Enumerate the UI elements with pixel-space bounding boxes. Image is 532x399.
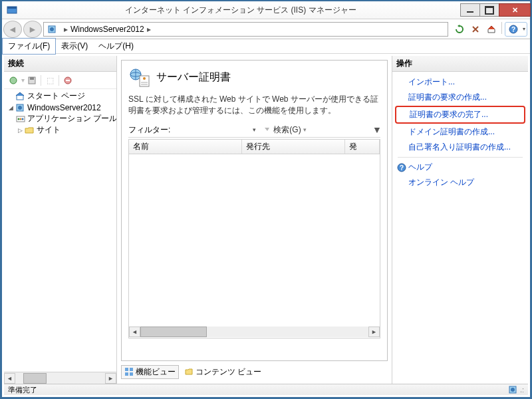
filter-bar: フィルター: ▾ 検索(G) ▾ ⯆: [128, 123, 380, 138]
connections-panel: 接続 ▾ ⬚ スタート ページ ◢ WindowsSer: [4, 56, 117, 384]
scroll-right-button[interactable]: ►: [368, 327, 380, 337]
connect-icon[interactable]: [7, 74, 20, 87]
chevron-right-icon: ▸: [147, 25, 151, 34]
scroll-left-button[interactable]: ◄: [129, 327, 140, 337]
nav-back-button[interactable]: ◄: [3, 21, 22, 38]
svg-rect-10: [66, 80, 70, 81]
search-label[interactable]: 検索(G): [273, 124, 301, 136]
table-header: 名前 発行先 発: [129, 140, 380, 154]
table-h-scrollbar[interactable]: ◄ ►: [129, 327, 380, 338]
menu-file[interactable]: ファイル(F): [2, 38, 56, 55]
status-config-icon: [508, 385, 517, 394]
scroll-thumb[interactable]: [23, 373, 47, 384]
svg-point-21: [143, 77, 146, 80]
status-bar: 準備完了 .:: [4, 384, 528, 395]
minimize-button[interactable]: [460, 3, 480, 17]
nav-forward-button[interactable]: ►: [23, 21, 42, 38]
tree-label: サイト: [37, 124, 61, 136]
maximize-button[interactable]: [479, 3, 499, 17]
nav-row: ◄ ► ▸ WindowsServer2012 ▸ ?: [2, 19, 530, 39]
search-go-icon[interactable]: [263, 125, 272, 134]
svg-text:?: ?: [511, 26, 515, 33]
svg-point-29: [511, 388, 515, 392]
server-icon: [15, 102, 25, 113]
features-view-button[interactable]: 機能ビュー: [121, 365, 179, 379]
tree-h-scrollbar[interactable]: ◄ ►: [4, 372, 116, 384]
connections-header: 接続: [4, 56, 116, 72]
save-icon[interactable]: [25, 74, 39, 87]
action-create-self-signed[interactable]: 自己署名入り証明書の作成...: [392, 140, 528, 155]
svg-rect-1: [7, 7, 17, 9]
tree-sites[interactable]: ▷ サイト: [4, 124, 116, 136]
col-name[interactable]: 名前: [129, 140, 242, 154]
svg-point-17: [22, 118, 24, 120]
col-issued-to[interactable]: 発行先: [242, 140, 345, 154]
svg-rect-8: [30, 77, 34, 80]
view-label: コンテンツ ビュー: [196, 366, 261, 378]
action-create-domain-cert[interactable]: ドメイン証明書の作成...: [392, 124, 528, 140]
scroll-left-button[interactable]: ◄: [4, 373, 15, 384]
filter-dropdown-icon[interactable]: ▾: [253, 126, 256, 133]
col-issuer[interactable]: 発: [345, 140, 380, 154]
svg-point-15: [18, 118, 20, 120]
home-button[interactable]: [484, 22, 499, 37]
svg-rect-11: [17, 95, 23, 100]
tree-label: アプリケーション プール: [27, 113, 116, 124]
action-import[interactable]: インポート...: [392, 74, 528, 90]
up-icon[interactable]: ⬚: [43, 74, 57, 87]
titlebar: インターネット インフォメーション サービス (IIS) マネージャー: [2, 1, 530, 19]
content-view-icon: [184, 367, 194, 376]
home-icon: [15, 91, 25, 102]
collapse-icon[interactable]: ◢: [7, 104, 15, 111]
delete-icon[interactable]: [61, 74, 74, 87]
scroll-right-button[interactable]: ►: [105, 373, 116, 384]
svg-point-3: [50, 27, 54, 31]
tree-server[interactable]: ◢ WindowsServer2012: [4, 102, 116, 113]
app-icon: [6, 4, 18, 16]
content-view-button[interactable]: コンテンツ ビュー: [182, 366, 264, 378]
filter-label: フィルター:: [128, 124, 170, 136]
svg-point-13: [18, 106, 22, 110]
action-create-request[interactable]: 証明書の要求の作成...: [392, 90, 528, 105]
stop-button[interactable]: [468, 22, 483, 37]
app-pool-icon: [16, 114, 25, 124]
action-complete-request[interactable]: 証明書の要求の完了...: [395, 106, 525, 124]
menu-view[interactable]: 表示(V): [56, 39, 93, 54]
tree-start-page[interactable]: スタート ページ: [4, 90, 116, 102]
svg-point-6: [10, 77, 17, 84]
svg-point-16: [20, 118, 22, 120]
center-panel: サーバー証明書 SSL に対して構成された Web サイトで Web サーバーが…: [117, 56, 392, 384]
help-dropdown[interactable]: ?: [505, 22, 527, 37]
svg-rect-22: [125, 368, 128, 371]
certificates-table: 名前 発行先 発 ◄ ►: [128, 139, 380, 338]
chevron-right-icon: ▸: [64, 25, 68, 34]
page-description: SSL に対して構成された Web サイトで Web サーバーが使用できる証明書…: [128, 94, 380, 116]
folder-icon: [24, 125, 35, 136]
status-text: 準備完了: [8, 385, 37, 395]
action-online-help[interactable]: オンライン ヘルプ: [392, 175, 528, 190]
server-icon: [47, 24, 57, 35]
breadcrumb-server[interactable]: WindowsServer2012: [70, 25, 144, 34]
show-all-dropdown[interactable]: ⯆: [374, 126, 380, 134]
svg-rect-23: [130, 368, 133, 371]
scroll-thumb[interactable]: [140, 327, 207, 337]
connections-tree: スタート ページ ◢ WindowsServer2012 アプリケーション プー…: [4, 89, 116, 372]
close-button[interactable]: [499, 3, 531, 17]
features-view-icon: [124, 367, 134, 376]
filter-input[interactable]: [170, 124, 250, 135]
actions-header: 操作: [392, 56, 528, 72]
refresh-button[interactable]: [452, 22, 467, 37]
action-help[interactable]: ? ヘルプ: [392, 160, 528, 175]
actions-panel: 操作 インポート... 証明書の要求の作成... 証明書の要求の完了... ドメ…: [392, 56, 528, 384]
expand-icon[interactable]: ▷: [16, 127, 24, 134]
view-switcher: 機能ビュー コンテンツ ビュー: [121, 364, 388, 380]
menu-help[interactable]: ヘルプ(H): [93, 39, 139, 54]
server-certificates-icon: [128, 66, 151, 88]
tree-app-pools[interactable]: アプリケーション プール: [4, 113, 116, 124]
tree-label: WindowsServer2012: [27, 103, 101, 112]
tree-label: スタート ページ: [27, 90, 85, 102]
window-title: インターネット インフォメーション サービス (IIS) マネージャー: [21, 5, 460, 16]
breadcrumb[interactable]: ▸ WindowsServer2012 ▸: [43, 22, 448, 37]
help-icon: ?: [396, 162, 407, 173]
svg-text:?: ?: [400, 164, 404, 172]
